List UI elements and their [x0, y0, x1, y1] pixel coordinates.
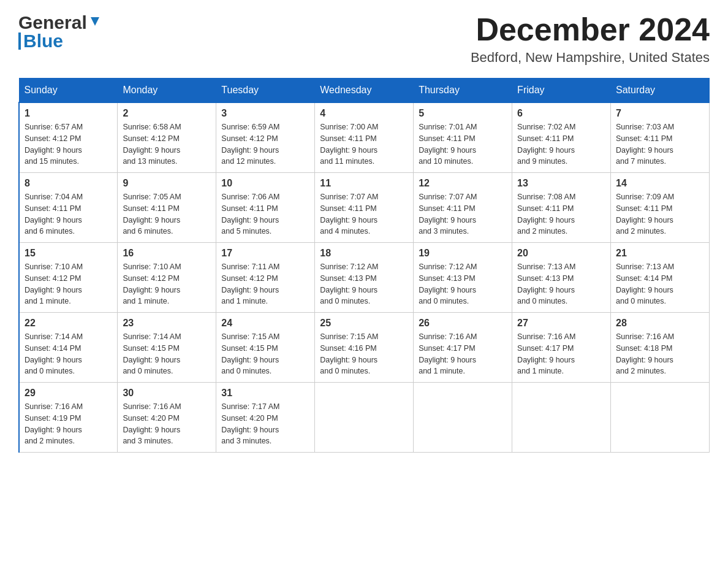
sunrise-line: Sunrise: 6:57 AM	[25, 121, 112, 133]
daylight-line2: and 1 minute.	[419, 366, 507, 377]
day-number: 8	[25, 178, 112, 189]
day-info: Sunrise: 7:12 AMSunset: 4:13 PMDaylight:…	[419, 261, 507, 307]
svg-marker-0	[91, 17, 99, 26]
calendar-cell: 12Sunrise: 7:07 AMSunset: 4:11 PMDayligh…	[414, 173, 512, 243]
location: Bedford, New Hampshire, United States	[471, 50, 710, 66]
sunrise-line: Sunrise: 7:07 AM	[320, 191, 408, 203]
calendar-cell: 11Sunrise: 7:07 AMSunset: 4:11 PMDayligh…	[315, 173, 414, 243]
calendar-week-row: 22Sunrise: 7:14 AMSunset: 4:14 PMDayligh…	[19, 313, 710, 383]
day-info: Sunrise: 7:10 AMSunset: 4:12 PMDaylight:…	[123, 261, 211, 307]
daylight-line1: Daylight: 9 hours	[320, 215, 408, 226]
calendar-cell: 8Sunrise: 7:04 AMSunset: 4:11 PMDaylight…	[19, 173, 118, 243]
day-number: 2	[123, 108, 211, 119]
daylight-line1: Daylight: 9 hours	[320, 145, 408, 156]
day-number: 25	[320, 318, 408, 329]
sunset-line: Sunset: 4:15 PM	[221, 343, 309, 354]
day-info: Sunrise: 6:57 AMSunset: 4:12 PMDaylight:…	[25, 121, 112, 167]
sunset-line: Sunset: 4:17 PM	[517, 343, 605, 354]
sunrise-line: Sunrise: 7:16 AM	[419, 331, 507, 343]
day-info: Sunrise: 7:12 AMSunset: 4:13 PMDaylight:…	[320, 261, 408, 307]
sunrise-line: Sunrise: 7:16 AM	[616, 331, 704, 343]
calendar-cell: 23Sunrise: 7:14 AMSunset: 4:15 PMDayligh…	[118, 313, 216, 383]
day-number: 21	[616, 248, 704, 259]
daylight-line1: Daylight: 9 hours	[123, 354, 211, 366]
sunset-line: Sunset: 4:14 PM	[25, 343, 112, 354]
day-number: 27	[517, 318, 605, 329]
calendar-cell: 14Sunrise: 7:09 AMSunset: 4:11 PMDayligh…	[611, 173, 710, 243]
daylight-line2: and 0 minutes.	[221, 366, 309, 377]
day-number: 5	[419, 108, 507, 119]
day-number: 23	[123, 318, 211, 329]
day-info: Sunrise: 7:07 AMSunset: 4:11 PMDaylight:…	[419, 191, 507, 237]
calendar-cell: 29Sunrise: 7:16 AMSunset: 4:19 PMDayligh…	[19, 383, 118, 453]
sunset-line: Sunset: 4:11 PM	[517, 203, 605, 215]
day-number: 19	[419, 248, 507, 259]
daylight-line1: Daylight: 9 hours	[123, 424, 211, 436]
sunset-line: Sunset: 4:13 PM	[320, 273, 408, 285]
sunrise-line: Sunrise: 7:16 AM	[25, 401, 112, 413]
day-number: 1	[25, 108, 112, 119]
sunrise-line: Sunrise: 7:06 AM	[221, 191, 309, 203]
day-info: Sunrise: 7:15 AMSunset: 4:16 PMDaylight:…	[320, 331, 408, 377]
calendar-cell	[611, 383, 710, 453]
weekday-header-monday: Monday	[118, 79, 216, 103]
calendar-cell: 13Sunrise: 7:08 AMSunset: 4:11 PMDayligh…	[512, 173, 611, 243]
sunset-line: Sunset: 4:17 PM	[419, 343, 507, 354]
calendar-cell: 25Sunrise: 7:15 AMSunset: 4:16 PMDayligh…	[315, 313, 414, 383]
calendar-cell: 4Sunrise: 7:00 AMSunset: 4:11 PMDaylight…	[315, 102, 414, 173]
daylight-line1: Daylight: 9 hours	[517, 215, 605, 226]
calendar-cell: 15Sunrise: 7:10 AMSunset: 4:12 PMDayligh…	[19, 243, 118, 313]
daylight-line1: Daylight: 9 hours	[123, 285, 211, 296]
daylight-line2: and 0 minutes.	[25, 366, 112, 377]
sunset-line: Sunset: 4:12 PM	[123, 133, 211, 145]
calendar-cell: 17Sunrise: 7:11 AMSunset: 4:12 PMDayligh…	[216, 243, 315, 313]
sunset-line: Sunset: 4:16 PM	[320, 343, 408, 354]
day-number: 4	[320, 108, 408, 119]
sunrise-line: Sunrise: 7:13 AM	[517, 261, 605, 273]
daylight-line2: and 0 minutes.	[123, 366, 211, 377]
sunset-line: Sunset: 4:13 PM	[517, 273, 605, 285]
sunrise-line: Sunrise: 6:58 AM	[123, 121, 211, 133]
daylight-line1: Daylight: 9 hours	[419, 285, 507, 296]
calendar-cell: 16Sunrise: 7:10 AMSunset: 4:12 PMDayligh…	[118, 243, 216, 313]
sunset-line: Sunset: 4:11 PM	[517, 133, 605, 145]
sunset-line: Sunset: 4:11 PM	[616, 203, 704, 215]
calendar-cell: 7Sunrise: 7:03 AMSunset: 4:11 PMDaylight…	[611, 102, 710, 173]
daylight-line2: and 1 minute.	[25, 296, 112, 307]
daylight-line2: and 1 minute.	[123, 296, 211, 307]
day-info: Sunrise: 7:08 AMSunset: 4:11 PMDaylight:…	[517, 191, 605, 237]
daylight-line1: Daylight: 9 hours	[123, 215, 211, 226]
sunrise-line: Sunrise: 7:12 AM	[320, 261, 408, 273]
sunset-line: Sunset: 4:13 PM	[419, 273, 507, 285]
sunset-line: Sunset: 4:11 PM	[123, 203, 211, 215]
daylight-line1: Daylight: 9 hours	[616, 145, 704, 156]
daylight-line2: and 6 minutes.	[123, 226, 211, 237]
day-number: 12	[419, 178, 507, 189]
daylight-line2: and 2 minutes.	[616, 366, 704, 377]
weekday-header-saturday: Saturday	[611, 79, 710, 103]
daylight-line1: Daylight: 9 hours	[221, 285, 309, 296]
sunset-line: Sunset: 4:11 PM	[320, 203, 408, 215]
daylight-line2: and 7 minutes.	[616, 156, 704, 167]
daylight-line1: Daylight: 9 hours	[616, 285, 704, 296]
sunrise-line: Sunrise: 7:04 AM	[25, 191, 112, 203]
daylight-line2: and 10 minutes.	[419, 156, 507, 167]
sunrise-line: Sunrise: 7:09 AM	[616, 191, 704, 203]
daylight-line2: and 0 minutes.	[320, 366, 408, 377]
calendar-cell: 30Sunrise: 7:16 AMSunset: 4:20 PMDayligh…	[118, 383, 216, 453]
day-number: 30	[123, 388, 211, 399]
calendar-cell: 2Sunrise: 6:58 AMSunset: 4:12 PMDaylight…	[118, 102, 216, 173]
sunset-line: Sunset: 4:12 PM	[221, 273, 309, 285]
day-info: Sunrise: 7:09 AMSunset: 4:11 PMDaylight:…	[616, 191, 704, 237]
daylight-line1: Daylight: 9 hours	[123, 145, 211, 156]
calendar-cell	[414, 383, 512, 453]
calendar-week-row: 1Sunrise: 6:57 AMSunset: 4:12 PMDaylight…	[19, 102, 710, 173]
logo: General Blue	[18, 12, 102, 52]
sunrise-line: Sunrise: 7:10 AM	[123, 261, 211, 273]
daylight-line2: and 0 minutes.	[616, 296, 704, 307]
daylight-line2: and 13 minutes.	[123, 156, 211, 167]
day-number: 26	[419, 318, 507, 329]
calendar-cell: 19Sunrise: 7:12 AMSunset: 4:13 PMDayligh…	[414, 243, 512, 313]
sunrise-line: Sunrise: 7:15 AM	[221, 331, 309, 343]
sunrise-line: Sunrise: 7:01 AM	[419, 121, 507, 133]
